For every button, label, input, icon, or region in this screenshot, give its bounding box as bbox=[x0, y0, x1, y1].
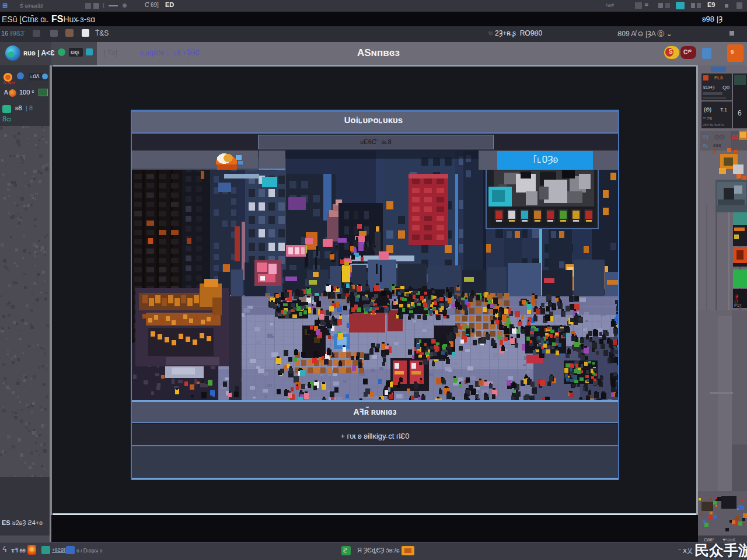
svg-text:8194Ȝ: 8194Ȝ bbox=[703, 85, 715, 90]
svg-text:(ʘ̈): (ʘ̈) bbox=[704, 107, 711, 113]
svg-text:ȝ: ȝ bbox=[735, 293, 738, 299]
svg-text:Q0: Q0 bbox=[722, 85, 729, 90]
svg-text:888: 888 bbox=[713, 143, 721, 148]
svg-text:P1Ȝ: P1Ȝ bbox=[734, 303, 742, 308]
svg-text:FL3: FL3 bbox=[714, 75, 723, 80]
svg-text:2),: 2), bbox=[703, 143, 708, 148]
svg-text:8Ȝ: 8Ȝ bbox=[703, 134, 708, 140]
svg-text:E8: E8 bbox=[731, 134, 738, 140]
svg-text:ⓄⓄ: ⓄⓄ bbox=[714, 134, 725, 140]
svg-text:T.1: T.1 bbox=[720, 107, 727, 113]
